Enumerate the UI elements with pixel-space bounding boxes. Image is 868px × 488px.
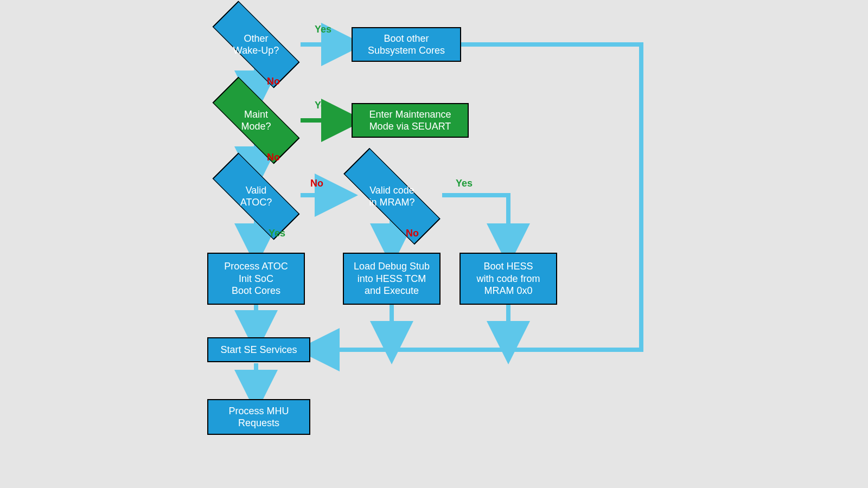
- label-mram-yes: Yes: [456, 178, 473, 189]
- text: Start SE Services: [220, 344, 297, 356]
- label-wakeup-no: No: [267, 76, 280, 87]
- label-maint-no: No: [267, 152, 280, 163]
- text: Init SoC: [224, 273, 288, 285]
- text: and Execute: [354, 285, 430, 297]
- label-maint-yes: Yes: [315, 100, 331, 111]
- text: Boot other: [368, 33, 445, 45]
- text: with code from: [476, 273, 540, 285]
- decision-other-wakeup: Other Wake-Up?: [213, 16, 299, 73]
- process-load-debug-stub: Load Debug Stub into HESS TCM and Execut…: [343, 253, 441, 305]
- text: Mode via SEUART: [369, 120, 451, 133]
- process-enter-maintenance: Enter Maintenance Mode via SEUART: [352, 103, 469, 138]
- text: Wake-Up?: [233, 44, 279, 57]
- text: Valid code: [369, 184, 414, 197]
- decision-valid-atoc: Valid ATOC?: [213, 168, 299, 224]
- decision-maint-mode: Maint Mode?: [213, 92, 299, 149]
- label-atoc-no: No: [310, 178, 323, 189]
- process-boot-other: Boot other Subsystem Cores: [352, 27, 461, 62]
- text: Boot Cores: [224, 285, 288, 297]
- text: Requests: [228, 417, 289, 429]
- decision-valid-code-mram: Valid code in MRAM?: [342, 168, 442, 224]
- text: into HESS TCM: [354, 273, 430, 285]
- text: MRAM 0x0: [476, 285, 540, 297]
- label-mram-no: No: [406, 228, 419, 239]
- text: Load Debug Stub: [354, 260, 430, 273]
- text: Valid: [240, 184, 272, 197]
- label-atoc-yes: Yes: [269, 228, 285, 239]
- text: Mode?: [241, 120, 271, 133]
- label-wakeup-yes: Yes: [315, 24, 331, 35]
- process-start-se-services: Start SE Services: [207, 337, 310, 362]
- flow-arrows: [0, 0, 868, 488]
- text: Other: [233, 33, 279, 45]
- process-process-mhu: Process MHU Requests: [207, 399, 310, 435]
- process-boot-hess: Boot HESS with code from MRAM 0x0: [459, 253, 557, 305]
- text: Process MHU: [228, 405, 289, 418]
- text: Boot HESS: [476, 260, 540, 273]
- text: Enter Maintenance: [369, 108, 451, 121]
- text: Maint: [241, 108, 271, 121]
- text: in MRAM?: [369, 196, 414, 209]
- text: Process ATOC: [224, 260, 288, 273]
- process-process-atoc: Process ATOC Init SoC Boot Cores: [207, 253, 305, 305]
- text: Subsystem Cores: [368, 44, 445, 57]
- text: ATOC?: [240, 196, 272, 209]
